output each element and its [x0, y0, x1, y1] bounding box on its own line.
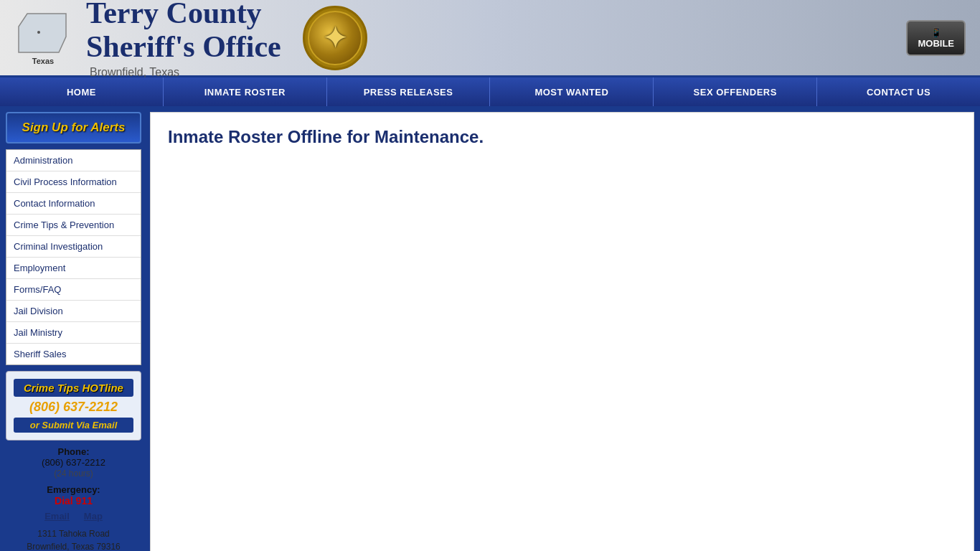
star-icon: ✦ — [323, 22, 347, 55]
nav-sex-offenders[interactable]: SEX OFFENDERS — [654, 77, 817, 106]
contact-links: Email Map — [6, 511, 141, 522]
sidebar-item-administration[interactable]: Administration — [6, 150, 141, 171]
svg-marker-0 — [19, 14, 66, 52]
nav-most-wanted[interactable]: MOST WANTED — [490, 77, 654, 106]
site-title: Terry County Sheriff's Office — [86, 0, 281, 63]
address-line1: 1311 Tahoka Road — [37, 529, 110, 539]
sidebar-item-sheriff-sales[interactable]: Sheriff Sales — [6, 344, 141, 364]
main-content: Inmate Roster Offline for Maintenance. — [150, 112, 974, 551]
site-location: Brownfield, Texas — [90, 66, 281, 79]
contact-info-section: Phone: (806) 637-2212 (24 hours) Emergen… — [6, 446, 141, 551]
phone-number: (806) 637-2212 — [42, 457, 105, 468]
email-link[interactable]: Email — [44, 511, 70, 522]
sidebar-item-contact-info[interactable]: Contact Information — [6, 193, 141, 215]
site-title-block: Terry County Sheriff's Office Brownfield… — [86, 0, 281, 79]
hotline-phone[interactable]: (806) 637-2212 — [14, 400, 133, 415]
nav-home[interactable]: HOME — [0, 77, 164, 106]
sidebar-item-forms-faq[interactable]: Forms/FAQ — [6, 279, 141, 301]
hotline-email-link[interactable]: or Submit Via Email — [14, 418, 133, 433]
sidebar-item-jail-ministry[interactable]: Jail Ministry — [6, 322, 141, 344]
sign-up-banner[interactable]: Sign Up for Alerts — [6, 112, 141, 143]
svg-point-1 — [37, 31, 40, 34]
main-message: Inmate Roster Offline for Maintenance. — [168, 127, 956, 147]
sidebar-item-criminal-investigation[interactable]: Criminal Investigation — [6, 236, 141, 258]
nav-press-releases[interactable]: PRESS RELEASES — [327, 77, 491, 106]
phone-hours: (24 hours) — [54, 468, 93, 479]
emergency-row: Emergency: Dial 911 — [6, 484, 141, 507]
emergency-label: Emergency: — [47, 484, 100, 495]
phone-label-row: Phone: (806) 637-2212 (24 hours) — [6, 446, 141, 479]
phone-label: Phone: — [57, 446, 89, 457]
sidebar-item-crime-tips[interactable]: Crime Tips & Prevention — [6, 215, 141, 236]
badge-inner: ✦ — [308, 11, 362, 65]
mobile-button[interactable]: 📱 MOBILE — [906, 20, 966, 56]
nav-contact-us[interactable]: CONTACT US — [817, 77, 980, 106]
sheriff-badge: ✦ — [303, 6, 367, 70]
sidebar-item-employment[interactable]: Employment — [6, 258, 141, 279]
hotline-box: Crime Tips HOTline (806) 637-2212 or Sub… — [6, 371, 141, 441]
sidebar-item-jail-division[interactable]: Jail Division — [6, 301, 141, 322]
dial-911: Dial 911 — [55, 495, 93, 507]
main-nav: HOME INMATE ROSTER PRESS RELEASES MOST W… — [0, 77, 980, 106]
hotline-label: Crime Tips HOTline — [14, 379, 133, 397]
texas-state-outline — [17, 11, 69, 55]
map-link[interactable]: Map — [84, 511, 103, 522]
contact-address: 1311 Tahoka Road Brownfield, Texas 79316 — [6, 527, 141, 551]
sidebar-menu: Administration Civil Process Information… — [6, 149, 141, 365]
sidebar: Sign Up for Alerts Administration Civil … — [0, 106, 147, 551]
content-wrapper: Sign Up for Alerts Administration Civil … — [0, 106, 980, 551]
site-header: Texas Terry County Sheriff's Office Brow… — [0, 0, 980, 77]
address-line2: Brownfield, Texas 79316 — [27, 542, 121, 551]
nav-inmate-roster[interactable]: INMATE ROSTER — [164, 77, 327, 106]
sidebar-item-civil-process[interactable]: Civil Process Information — [6, 171, 141, 193]
texas-label: Texas — [32, 57, 54, 65]
mobile-icon: 📱 — [930, 27, 942, 38]
texas-map-logo: Texas — [14, 9, 72, 67]
